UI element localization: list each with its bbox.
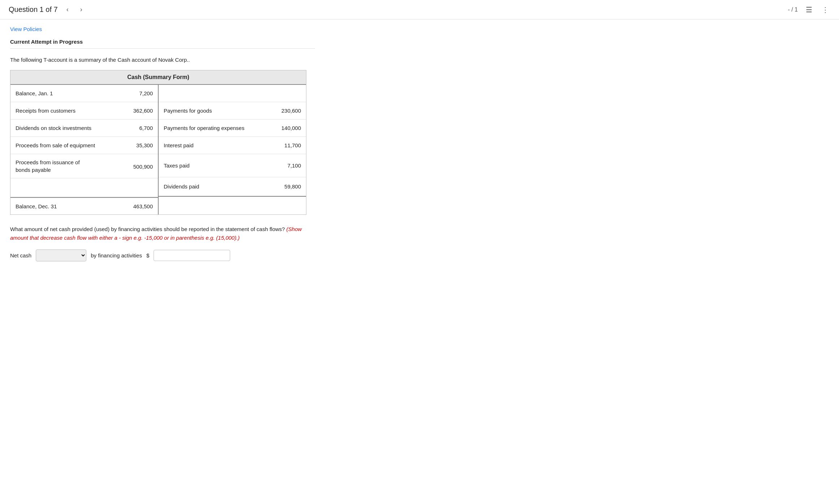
prev-button[interactable]: ‹: [64, 4, 72, 15]
row-label: Payments for goods: [164, 108, 212, 114]
row-label: Payments for operating expenses: [164, 125, 244, 131]
more-options-button[interactable]: ⋮: [820, 4, 830, 16]
row-label: Interest paid: [164, 142, 194, 148]
current-attempt-label: Current Attempt in Progress: [10, 39, 315, 49]
table-row-empty-bottom: [159, 196, 306, 213]
question-label: Question 1 of 7: [9, 5, 58, 14]
t-account-title: Cash (Summary Form): [10, 70, 306, 85]
dollar-sign: $: [146, 252, 149, 258]
row-value: 500,900: [124, 164, 153, 170]
view-policies-link[interactable]: View Policies: [10, 26, 42, 32]
table-row-empty: [159, 85, 306, 102]
amount-input[interactable]: [154, 250, 230, 261]
table-row: Receipts from customers 362,600: [10, 102, 158, 120]
t-account-left-column: Balance, Jan. 1 7,200 Receipts from cust…: [10, 85, 159, 214]
t-account-body: Balance, Jan. 1 7,200 Receipts from cust…: [10, 85, 306, 214]
financing-type-dropdown[interactable]: provided by used by: [36, 249, 86, 261]
table-row: Interest paid 11,700: [159, 137, 306, 154]
row-label: Dividends on stock investments: [16, 125, 91, 131]
row-value: 463,500: [124, 203, 153, 209]
table-row: Payments for goods 230,600: [159, 102, 306, 120]
row-value: 230,600: [272, 108, 301, 114]
page-header: Question 1 of 7 ‹ › - / 1 ☰ ⋮: [0, 0, 839, 19]
next-button[interactable]: ›: [77, 4, 85, 15]
row-label: Taxes paid: [164, 162, 190, 169]
t-account-right-column: Payments for goods 230,600 Payments for …: [159, 85, 306, 214]
row-label: Receipts from customers: [16, 108, 76, 114]
header-left: Question 1 of 7 ‹ ›: [9, 4, 85, 15]
table-row: Dividends on stock investments 6,700: [10, 120, 158, 137]
by-financing-label: by financing activities: [91, 252, 142, 258]
row-label: Proceeds from issuance ofbonds payable: [16, 158, 80, 174]
row-label: Balance, Dec. 31: [16, 203, 57, 209]
row-label: Dividends paid: [164, 183, 199, 190]
header-right: - / 1 ☰ ⋮: [788, 4, 830, 16]
row-label: Balance, Jan. 1: [16, 90, 53, 96]
table-row: Taxes paid 7,100: [159, 154, 306, 177]
list-icon-button[interactable]: ☰: [804, 4, 814, 16]
row-value: 140,000: [272, 125, 301, 131]
table-row-balance-dec: Balance, Dec. 31 463,500: [10, 197, 158, 214]
row-value: 35,300: [124, 142, 153, 148]
table-row: Dividends paid 59,800: [159, 177, 306, 196]
question-prompt: What amount of net cash provided (used) …: [10, 225, 315, 242]
row-value: 7,200: [124, 90, 153, 96]
row-value: 362,600: [124, 108, 153, 114]
row-value: 7,100: [272, 162, 301, 169]
table-row: Proceeds from issuance ofbonds payable 5…: [10, 154, 158, 178]
page-indicator: - / 1: [788, 6, 798, 13]
t-account-table: Cash (Summary Form) Balance, Jan. 1 7,20…: [10, 70, 306, 215]
row-value: 6,700: [124, 125, 153, 131]
main-content: View Policies Current Attempt in Progres…: [0, 19, 325, 276]
table-row-spacer: [10, 178, 158, 197]
row-label: Proceeds from sale of equipment: [16, 142, 95, 148]
table-row: Proceeds from sale of equipment 35,300: [10, 137, 158, 154]
row-value: 11,700: [272, 142, 301, 148]
table-row: Payments for operating expenses 140,000: [159, 120, 306, 137]
answer-row: Net cash provided by used by by financin…: [10, 249, 315, 261]
row-value: 59,800: [272, 183, 301, 190]
net-cash-label: Net cash: [10, 252, 31, 258]
question-text: The following T-account is a summary of …: [10, 54, 315, 63]
table-row: Balance, Jan. 1 7,200: [10, 85, 158, 102]
prompt-main-text: What amount of net cash provided (used) …: [10, 226, 285, 232]
